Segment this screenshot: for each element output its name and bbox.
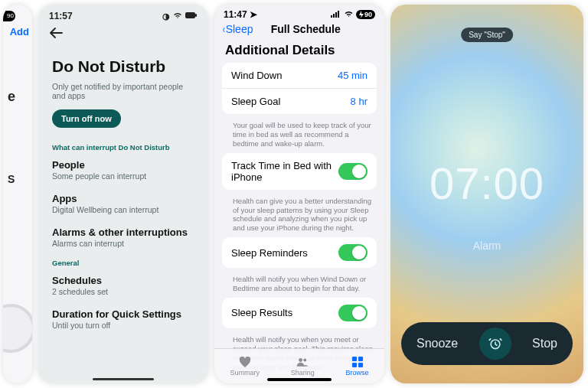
svg-rect-4 [335,12,337,18]
location-icon: ➤ [250,9,257,20]
svg-rect-5 [338,11,339,18]
alarm-label: Alarm [473,240,501,252]
heart-icon [238,356,252,368]
add-button[interactable]: Add [10,26,29,37]
alarm-time: 07:00 [430,157,544,208]
status-time: 11:47 ➤ [224,9,257,20]
toggle-sleep-reminders[interactable] [338,244,368,261]
grid-icon [351,356,364,368]
section-interrupt-label: What can interrupt Do Not Disturb [38,139,208,153]
svg-rect-3 [333,14,335,18]
tab-browse[interactable]: Browse [346,356,369,377]
people-icon [296,356,309,368]
row-desc: Some people can interrupt [52,171,194,181]
page-title: Do Not Disturb [38,42,208,82]
section-general-label: General [38,254,208,269]
row-label: Track Time in Bed with iPhone [231,160,338,183]
alarm-actions: Snooze Stop [401,322,573,365]
row-alarms[interactable]: Alarms & other interruptions Alarms can … [38,220,208,254]
svg-rect-11 [358,363,362,367]
status-bar: 11:47 ➤ 90 [214,5,384,21]
four-phones-row: 90 Add e S 11:57 ◑ Do Not Disturb Only g… [0,0,588,388]
row-label: Sleep Reminders [231,247,308,259]
back-button[interactable] [38,21,208,42]
phone-dnd: 11:57 ◑ Do Not Disturb Only get notified… [38,5,208,383]
tab-summary[interactable]: Summary [230,356,260,377]
row-label: Wind Down [231,70,282,81]
dnd-moon-icon: ◑ [162,11,170,21]
row-desc: Until you turn off [52,321,194,330]
phone-alarm: Say "Stop" 07:00 Alarm Snooze Stop [390,5,583,383]
wifi-icon [173,11,182,21]
battery-pill: 90 [3,11,15,21]
phone-sliver: 90 Add e S [3,5,32,383]
battery-icon [185,11,198,21]
snooze-button[interactable]: Snooze [416,337,458,351]
section-letter: S [8,173,15,185]
truncated-title-letter: e [8,89,15,105]
page-subtitle: Only get notified by important people an… [38,82,208,109]
svg-rect-8 [351,357,356,361]
row-schedules[interactable]: Schedules 2 schedules set [38,269,208,302]
svg-rect-10 [351,363,356,367]
section-header: Additional Details [214,40,384,63]
row-title: Schedules [52,275,194,286]
battery-badge: 90 [356,10,375,19]
status-time: 11:57 [49,11,73,21]
toggle-track-time[interactable] [338,163,368,180]
cellular-icon [331,10,341,19]
row-value: 45 min [338,70,368,81]
row-wind-down[interactable]: Wind Down 45 min [222,63,377,89]
row-apps[interactable]: Apps Digital Wellbeing can interrupt [38,187,208,220]
svg-point-7 [304,359,307,362]
svg-rect-0 [185,12,195,18]
row-people[interactable]: People Some people can interrupt [38,153,208,187]
svg-rect-1 [195,14,197,17]
row-desc: Digital Wellbeing can interrupt [52,205,194,214]
row-duration[interactable]: Duration for Quick Settings Until you tu… [38,302,208,336]
reminders-description: Health will notify you when Wind Down or… [214,272,384,298]
stop-button[interactable]: Stop [532,337,557,351]
nav-bar: ‹Sleep Full Schedule [214,21,384,40]
home-indicator[interactable] [93,378,154,380]
row-track-time[interactable]: Track Time in Bed with iPhone [222,153,377,190]
alarm-clock-icon [488,336,503,351]
status-bar: 11:57 ◑ [38,5,208,21]
row-desc: 2 schedules set [52,287,194,296]
svg-rect-2 [331,15,332,18]
settings-list: Wind Down 45 min Sleep Goal 8 hr [214,63,384,114]
goal-description: Your goal will be used to keep track of … [214,119,384,153]
voice-hint-pill: Say "Stop" [461,28,513,42]
turn-off-now-button[interactable]: Turn off now [52,109,121,128]
toggle-sleep-results[interactable] [338,305,368,321]
tab-sharing[interactable]: Sharing [291,356,315,377]
tab-bar: Summary Sharing Browse [214,348,384,383]
mode-dial[interactable] [3,304,32,353]
row-value: 8 hr [351,96,368,107]
row-title: Duration for Quick Settings [52,308,194,320]
status-icons: 90 [331,10,375,19]
track-description: Health can give you a better understandi… [214,194,384,238]
svg-point-6 [299,358,302,362]
nav-title: Full Schedule [234,23,377,35]
svg-rect-9 [358,357,362,361]
home-indicator[interactable] [267,378,332,381]
status-icons: ◑ [162,11,198,21]
phone-ios-sleep: 11:47 ➤ 90 ‹Sleep Full Schedule Addition… [214,5,384,383]
alarm-center-button[interactable] [479,328,511,360]
row-sleep-results[interactable]: Sleep Results [222,298,377,328]
row-desc: Alarms can interrupt [52,239,194,248]
row-sleep-goal[interactable]: Sleep Goal 8 hr [222,89,377,114]
row-label: Sleep Results [231,307,292,318]
row-sleep-reminders[interactable]: Sleep Reminders [222,237,377,268]
row-title: Apps [52,193,194,204]
row-title: People [52,159,194,171]
row-label: Sleep Goal [231,96,280,107]
row-title: Alarms & other interruptions [52,227,194,238]
wifi-icon [344,10,354,19]
